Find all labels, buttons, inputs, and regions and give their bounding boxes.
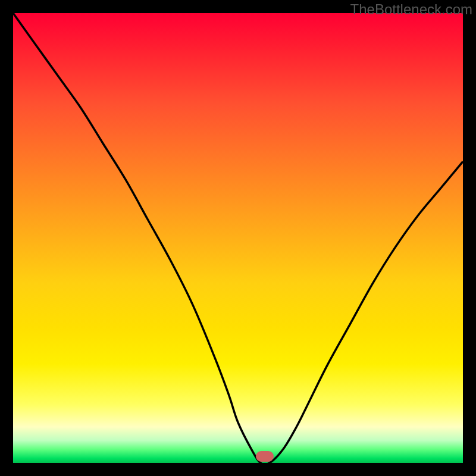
- curve-svg: [13, 13, 463, 463]
- plot-area: [13, 13, 463, 463]
- optimal-point-marker: [256, 451, 274, 462]
- chart-container: TheBottleneck.com: [0, 0, 476, 476]
- watermark-text: TheBottleneck.com: [350, 1, 472, 18]
- bottleneck-curve: [13, 13, 463, 463]
